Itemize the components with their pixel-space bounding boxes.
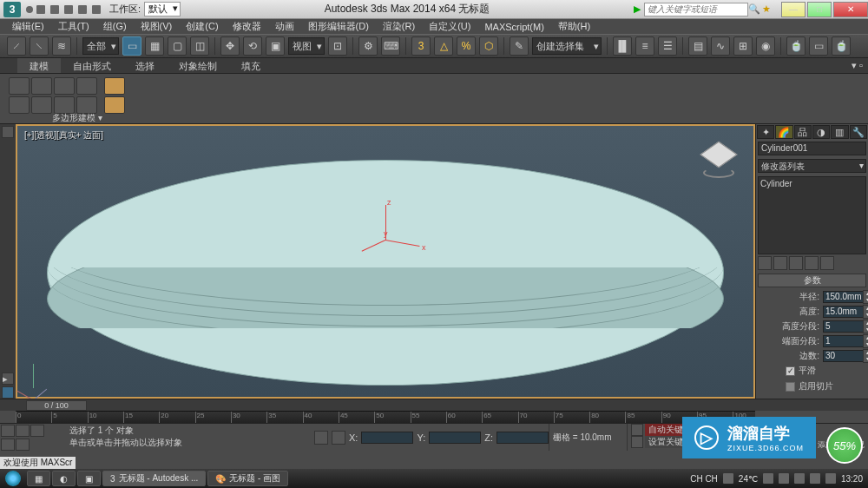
workspace-dropdown[interactable]: 默认	[144, 2, 181, 16]
rb-axis2-icon[interactable]	[104, 96, 125, 114]
sb-misc2-icon[interactable]	[16, 439, 30, 451]
align-button[interactable]: ≡	[635, 36, 654, 56]
ls-btn-prev[interactable]: ▸	[2, 373, 14, 385]
menu-create[interactable]: 创建(C)	[181, 20, 223, 33]
curve-editor-button[interactable]: ∿	[711, 36, 730, 56]
sb-sel-lock-icon[interactable]	[30, 425, 44, 437]
menu-group[interactable]: 组(G)	[98, 20, 132, 33]
menu-customize[interactable]: 自定义(U)	[424, 20, 476, 33]
param-radius-spinner[interactable]: 150.0mm	[823, 291, 865, 303]
start-button[interactable]	[0, 469, 26, 488]
rb-edge-icon[interactable]	[54, 77, 75, 95]
ribbon-tab-populate[interactable]: 填充	[229, 58, 273, 73]
menu-edit[interactable]: 编辑(E)	[7, 20, 49, 33]
window-close-button[interactable]: ✕	[833, 2, 868, 17]
ribbon-pin-icon[interactable]: ▾ ▫	[846, 58, 868, 73]
selection-filter-dropdown[interactable]: 全部	[82, 37, 119, 55]
qa-save-icon[interactable]	[64, 5, 73, 14]
rollout-parameters-header[interactable]: 参数	[758, 274, 866, 287]
ribbon-tab-objectpaint[interactable]: 对象绘制	[167, 58, 229, 73]
keyboard-shortcut-button[interactable]: ⌨	[381, 36, 400, 56]
app-icon[interactable]: 3	[3, 2, 21, 17]
ls-btn-1[interactable]	[2, 126, 14, 138]
percent-snap-button[interactable]: %	[457, 36, 476, 56]
viewport-label[interactable]: [+][透视][真实+ 边面]	[24, 129, 103, 142]
menu-tools[interactable]: 工具(T)	[53, 20, 95, 33]
time-slider[interactable]: 0 / 100	[26, 400, 87, 411]
fav-star-icon[interactable]: ★	[760, 3, 773, 15]
param-sides-spinner[interactable]: 30	[823, 350, 865, 362]
snap-toggle-button[interactable]: 3	[411, 36, 431, 56]
rb-axis1-icon[interactable]	[104, 77, 125, 95]
schematic-button[interactable]: ⊞	[733, 36, 753, 56]
stack-remove-icon[interactable]	[805, 256, 819, 270]
stack-pin-icon[interactable]	[758, 256, 772, 270]
spinner-snap-button[interactable]: ⬡	[479, 36, 498, 56]
ribbon-tab-freeform[interactable]: 自由形式	[61, 58, 123, 73]
layers-button[interactable]: ☰	[658, 36, 677, 56]
coord-toggle-icon[interactable]	[332, 431, 345, 445]
coord-x-input[interactable]	[361, 432, 413, 444]
render-button[interactable]: 🍵	[832, 36, 851, 56]
time-slider-bar[interactable]: 0 / 100	[0, 399, 868, 411]
tray-icon-2[interactable]	[763, 473, 773, 484]
qa-new-icon[interactable]	[36, 5, 45, 14]
taskbar-item-3dsmax[interactable]: 3无标题 - Autodesk ...	[102, 471, 206, 486]
lock-selection-icon[interactable]	[314, 431, 328, 445]
stack-show-icon[interactable]	[773, 256, 787, 270]
param-height-spinner[interactable]: 15.0mm	[823, 306, 865, 318]
search-glass-icon[interactable]: 🔍	[748, 3, 760, 15]
stack-item-cylinder[interactable]: Cylinder	[760, 179, 864, 188]
param-slice-checkbox[interactable]	[786, 382, 795, 392]
window-maximize-button[interactable]: □	[807, 2, 832, 17]
panel-tab-display-icon[interactable]: ▥	[831, 125, 848, 139]
named-selset-dropdown[interactable]: 创建选择集	[532, 37, 602, 55]
stack-unique-icon[interactable]	[789, 256, 803, 270]
ribbon-tab-selection[interactable]: 选择	[123, 58, 167, 73]
rotate-button[interactable]: ⟲	[243, 36, 262, 56]
sb-misc1-icon[interactable]	[1, 439, 15, 451]
panel-tab-hierarchy-icon[interactable]: 品	[794, 125, 812, 139]
select-object-button[interactable]: ▭	[122, 36, 141, 56]
stack-config-icon[interactable]	[820, 256, 834, 270]
help-search-input[interactable]	[644, 3, 748, 16]
time-ruler[interactable]: 0510152025303540455055606570758085909510…	[16, 411, 755, 423]
task-pin-explorer[interactable]: ▦	[27, 471, 50, 486]
menu-modifiers[interactable]: 修改器	[227, 20, 266, 33]
coord-z-input[interactable]	[496, 432, 549, 444]
panel-tab-motion-icon[interactable]: ◑	[812, 125, 830, 139]
qa-redo-icon[interactable]	[92, 5, 101, 14]
edit-selset-button[interactable]: ✎	[510, 36, 529, 56]
menu-view[interactable]: 视图(V)	[135, 20, 178, 33]
panel-tab-utilities-icon[interactable]: 🔧	[850, 125, 867, 139]
rb-more2-icon[interactable]	[76, 96, 97, 114]
ribbon-tab-modeling[interactable]: 建模	[17, 58, 61, 73]
task-pin-tool[interactable]: ▣	[77, 471, 101, 486]
param-hseg-spinner[interactable]: 5	[823, 320, 865, 333]
rb-vertex-icon[interactable]	[31, 77, 52, 95]
menu-help[interactable]: 帮助(H)	[553, 20, 595, 33]
sb-lock-icon[interactable]	[1, 425, 15, 437]
param-cseg-spinner[interactable]: 1	[823, 335, 865, 347]
angle-snap-button[interactable]: △	[434, 36, 453, 56]
rb-more-icon[interactable]	[54, 96, 75, 114]
menu-rendering[interactable]: 渲染(R)	[378, 20, 420, 33]
welcome-popup[interactable]: 欢迎使用 MAXScr	[0, 457, 76, 469]
render-frame-button[interactable]: ▭	[809, 36, 828, 56]
unlink-icon[interactable]: ⟍	[30, 36, 49, 56]
param-smooth-checkbox[interactable]: ✓	[786, 366, 795, 376]
menu-animation[interactable]: 动画	[270, 20, 299, 33]
manipulate-button[interactable]: ⚙	[358, 36, 378, 56]
panel-tab-modify-icon[interactable]: 🌈	[775, 125, 792, 139]
tray-icon-3[interactable]	[779, 473, 789, 484]
ls-thumb[interactable]	[2, 386, 14, 399]
graphite-toggle-button[interactable]: ▤	[688, 36, 707, 56]
tray-icon-1[interactable]	[723, 473, 733, 484]
modifier-list-dropdown[interactable]: 修改器列表	[758, 159, 866, 173]
select-region-button[interactable]: ▢	[168, 36, 187, 56]
material-editor-button[interactable]: ◉	[756, 36, 775, 56]
panel-tab-create-icon[interactable]: ✦	[757, 125, 774, 139]
sb-iso-icon[interactable]	[16, 425, 30, 437]
cylinder-object[interactable]	[47, 160, 724, 386]
window-minimize-button[interactable]: —	[781, 2, 806, 17]
